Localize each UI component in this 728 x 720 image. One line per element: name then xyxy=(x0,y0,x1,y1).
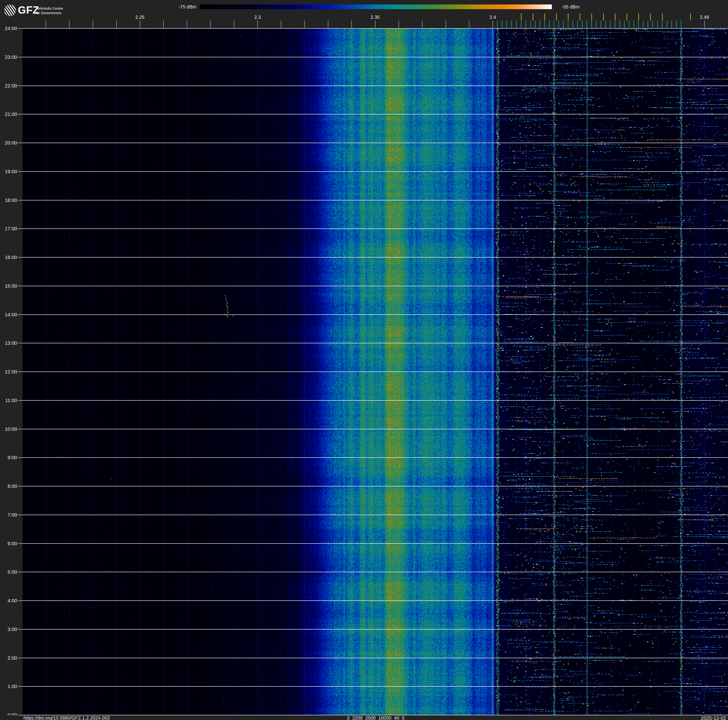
time-axis-label: 4:00 xyxy=(0,598,17,604)
hour-gridline xyxy=(22,343,728,343)
ble-channel-tick xyxy=(619,21,620,28)
hour-gridline xyxy=(22,658,728,658)
hour-gridline xyxy=(22,486,728,486)
wifi-channel-tick xyxy=(615,14,615,20)
freq-minor-tick xyxy=(69,21,69,28)
ble-channel-tick xyxy=(624,21,625,28)
freq-minor-tick xyxy=(375,21,376,28)
ble-channel-tick xyxy=(526,21,526,28)
hour-gridline xyxy=(22,171,728,172)
ble-channel-tick xyxy=(540,21,540,28)
freq-minor-tick xyxy=(93,21,93,28)
ble-channel-tick xyxy=(511,21,512,28)
ble-channel-tick xyxy=(633,21,634,28)
wifi-channel-tick xyxy=(521,14,522,20)
hour-gridline xyxy=(22,572,728,572)
ble-channel-tick xyxy=(563,21,564,28)
time-axis-tick xyxy=(18,543,22,544)
spectrogram-plot[interactable] xyxy=(22,28,728,715)
ble-channel-tick xyxy=(638,21,639,28)
freq-minor-tick xyxy=(445,21,446,28)
time-axis-tick xyxy=(18,658,22,658)
time-axis-label: 18:00 xyxy=(0,198,17,203)
freq-minor-tick xyxy=(422,21,422,28)
ble-channel-tick xyxy=(601,21,601,28)
doi-link[interactable]: https://doi.org/10.5880/GFZ.1.2.2024.003 xyxy=(23,716,110,720)
time-axis-tick xyxy=(18,286,22,286)
freq-minor-tick xyxy=(187,21,187,28)
time-axis-label: 9:00 xyxy=(0,455,17,460)
hour-gridline xyxy=(22,429,728,429)
time-axis: 24:0023:0022:0021:0020:0019:0018:0017:00… xyxy=(0,0,22,720)
freq-minor-tick xyxy=(257,21,258,28)
time-axis-tick xyxy=(18,457,22,458)
wifi-channel-tick xyxy=(532,14,533,20)
time-axis-label: 6:00 xyxy=(0,541,17,546)
date-label: 2025-12-02 xyxy=(701,716,726,720)
ble-channel-tick xyxy=(596,21,596,28)
time-axis-label: 10:00 xyxy=(0,426,17,432)
wifi-channel-tick xyxy=(650,14,651,20)
time-axis-tick xyxy=(18,171,22,172)
wifi-channel-tick xyxy=(690,14,691,20)
dataset-id: 2_2200_2500_10000_40_0 xyxy=(347,716,405,720)
time-axis-tick xyxy=(18,372,22,372)
freq-minor-tick xyxy=(704,21,705,28)
ble-channel-tick xyxy=(681,21,681,28)
hour-gridline xyxy=(22,28,728,29)
ble-channel-tick xyxy=(577,21,578,28)
freq-minor-tick xyxy=(492,21,493,28)
ble-channel-tick xyxy=(582,21,583,28)
hour-gridline xyxy=(22,372,728,372)
hour-gridline xyxy=(22,86,728,86)
time-axis-tick xyxy=(18,429,22,429)
ble-channel-tick xyxy=(587,21,587,28)
freq-axis-label: 2.35 xyxy=(370,15,380,20)
time-axis-tick xyxy=(18,57,22,57)
time-axis-tick xyxy=(18,601,22,601)
wifi-channel-tick xyxy=(638,14,639,20)
ble-channel-tick xyxy=(535,21,535,28)
wifi-channel-tick xyxy=(568,14,569,20)
time-axis-label: 19:00 xyxy=(0,169,17,175)
hour-gridline xyxy=(22,400,728,401)
time-axis-label: 8:00 xyxy=(0,483,17,489)
wifi-channel-tick xyxy=(556,14,557,20)
ble-channel-tick xyxy=(652,21,653,28)
freq-minor-tick xyxy=(304,21,305,28)
time-axis-label: 2:00 xyxy=(0,655,17,661)
ble-channel-tick xyxy=(591,21,592,28)
ble-channel-tick xyxy=(648,21,648,28)
hour-gridline xyxy=(22,200,728,201)
ble-channel-tick xyxy=(662,21,662,28)
wifi-channel-tick xyxy=(627,14,627,20)
ble-channel-tick xyxy=(502,21,502,28)
wifi-channel-tick xyxy=(591,14,592,20)
hour-gridline xyxy=(22,257,728,257)
time-axis-tick xyxy=(18,572,22,572)
time-axis-tick xyxy=(18,486,22,486)
time-axis-label: 23:00 xyxy=(0,54,17,60)
freq-minor-tick xyxy=(351,21,352,28)
ble-channel-tick xyxy=(667,21,667,28)
time-axis-tick xyxy=(18,400,22,401)
wifi-channel-tick xyxy=(662,14,663,20)
ble-channel-tick xyxy=(643,21,644,28)
time-axis-tick xyxy=(18,257,22,257)
freq-minor-tick xyxy=(328,21,328,28)
wifi-channel-tick xyxy=(580,14,580,20)
hour-gridline xyxy=(22,629,728,630)
frequency-axis: 2.252.32.352.42.49 xyxy=(0,0,728,28)
time-axis-tick xyxy=(18,515,22,515)
ble-channel-tick xyxy=(615,21,615,28)
hour-gridline xyxy=(22,686,728,686)
ble-channel-tick xyxy=(521,21,522,28)
time-axis-label: 11:00 xyxy=(0,398,17,403)
freq-minor-tick xyxy=(399,21,399,28)
hour-gridline xyxy=(22,601,728,601)
hour-gridline xyxy=(22,286,728,286)
time-axis-label: 16:00 xyxy=(0,254,17,260)
time-axis-label: 15:00 xyxy=(0,283,17,289)
ble-channel-tick xyxy=(671,21,672,28)
time-axis-label: 13:00 xyxy=(0,340,17,346)
